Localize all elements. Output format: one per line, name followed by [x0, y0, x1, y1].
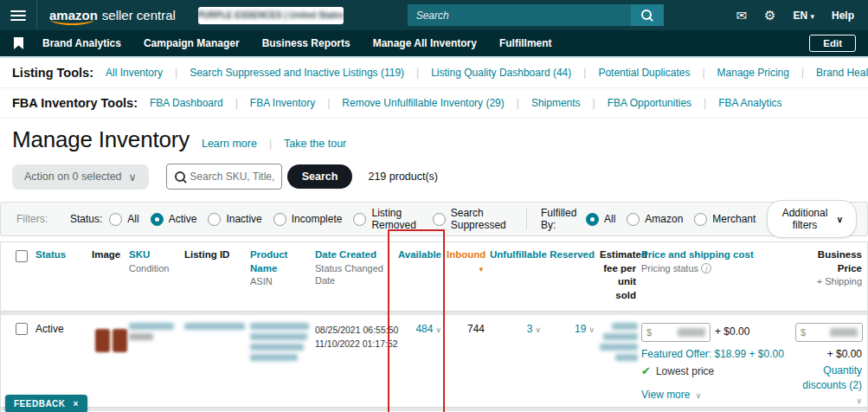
- nav-item-manage-all-inventory[interactable]: Manage All Inventory: [373, 37, 477, 49]
- table-row: Active 08/25/2021 06:55:5011/10/2022 01:…: [1, 315, 867, 407]
- link-listing-quality-dashboard[interactable]: Listing Quality Dashboard (44): [431, 67, 571, 79]
- status-radio-all[interactable]: All: [109, 213, 138, 226]
- action-on-selected-dropdown[interactable]: Action on 0 selected ∨: [12, 164, 149, 190]
- status-radio-search-suppressed[interactable]: Search Suppressed: [433, 207, 511, 231]
- unfulfillable-link[interactable]: 3: [527, 323, 533, 335]
- header-sku[interactable]: SKUCondition: [129, 248, 184, 302]
- additional-filters-button[interactable]: Additional filters ∨: [767, 200, 857, 238]
- header-listing-id: Listing ID: [184, 248, 250, 302]
- nav-item-campaign-manager[interactable]: Campaign Manager: [144, 37, 240, 49]
- price-value-redacted: [830, 328, 858, 337]
- link-fba-opportunities[interactable]: FBA Opportunities: [608, 97, 691, 109]
- link-potential-duplicates[interactable]: Potential Duplicates: [598, 67, 690, 79]
- search-icon: [174, 171, 185, 183]
- estimated-fee-cell-redacted: [600, 315, 641, 407]
- available-link[interactable]: 484: [415, 323, 433, 335]
- page-header: Manage Inventory Learn more | Take the t…: [0, 119, 868, 157]
- fulfilled-radio-merchant[interactable]: Merchant: [694, 213, 755, 226]
- separator: |: [517, 97, 519, 109]
- separator: |: [583, 67, 586, 79]
- learn-more-link[interactable]: Learn more: [202, 138, 257, 150]
- listing-tools-label: Listing Tools:: [12, 66, 93, 80]
- inventory-search-input[interactable]: [190, 171, 273, 183]
- status-radio-listing-removed[interactable]: Listing Removed: [353, 207, 421, 231]
- status-radio-inactive[interactable]: Inactive: [208, 213, 261, 226]
- fba-tools-label: FBA Inventory Tools:: [12, 96, 138, 110]
- global-search-button[interactable]: [631, 4, 664, 26]
- fba-inventory-tools-row: FBA Inventory Tools: FBA Dashboard| FBA …: [0, 88, 868, 119]
- status-radio-active[interactable]: Active: [151, 213, 197, 226]
- account-name-redacted: PURPLE ESSENCES | United States: [198, 10, 344, 20]
- amazon-seller-central-logo[interactable]: amazon seller central: [49, 8, 176, 23]
- language-selector[interactable]: EN ▾: [793, 10, 814, 22]
- separator: |: [416, 67, 419, 79]
- messages-envelope-icon[interactable]: ✉: [736, 9, 747, 22]
- header-unfulfillable[interactable]: Unfulfillable: [490, 248, 546, 302]
- link-fba-inventory[interactable]: FBA Inventory: [250, 97, 315, 109]
- row-checkbox[interactable]: [16, 323, 28, 335]
- header-date-created[interactable]: Date CreatedStatus Changed Date: [315, 248, 388, 302]
- sku-cell-redacted[interactable]: [129, 315, 184, 407]
- product-image[interactable]: [92, 323, 130, 357]
- amazon-wordmark: amazon: [49, 8, 98, 23]
- edit-nav-button[interactable]: Edit: [809, 35, 856, 52]
- header-reserved[interactable]: Reserved: [546, 248, 600, 302]
- help-link[interactable]: Help: [832, 10, 854, 22]
- take-the-tour-link[interactable]: Take the tour: [284, 138, 346, 150]
- seller-central-app: amazon seller central PURPLE ESSENCES | …: [0, 0, 868, 412]
- product-name-cell-redacted[interactable]: [250, 315, 315, 407]
- link-brand-health[interactable]: Brand Health (0): [816, 67, 868, 79]
- hamburger-menu-icon[interactable]: [0, 10, 36, 21]
- language-code: EN: [793, 10, 807, 22]
- reserved-link[interactable]: 19: [575, 323, 586, 335]
- select-all-checkbox[interactable]: [16, 250, 28, 262]
- separator: |: [175, 67, 177, 79]
- link-remove-unfulfillable[interactable]: Remove Unfulfillable Inventory (29): [342, 97, 504, 109]
- quantity-discounts-link[interactable]: Quantity discounts (2) ∨: [795, 364, 862, 407]
- link-shipments[interactable]: Shipments: [531, 97, 581, 109]
- chevron-down-icon: ∨: [129, 171, 137, 183]
- feedback-label: FEEDBACK: [14, 399, 66, 409]
- header-product-name[interactable]: Product NameASIN: [250, 248, 315, 302]
- header-inbound[interactable]: Inbound ▼: [447, 248, 490, 302]
- table-header-row: Status Image SKUCondition Listing ID Pro…: [1, 242, 867, 311]
- radio-icon: [433, 213, 446, 226]
- info-icon[interactable]: i: [701, 263, 711, 274]
- price-input[interactable]: $: [641, 323, 710, 342]
- unfulfillable-cell: 3∨: [490, 315, 546, 407]
- global-search-input[interactable]: [408, 4, 631, 26]
- page-title: Manage Inventory: [12, 126, 190, 153]
- link-all-inventory[interactable]: All Inventory: [106, 67, 163, 79]
- radio-icon: [627, 213, 640, 226]
- status-filter-label: Status:: [70, 213, 102, 225]
- business-price-input[interactable]: $: [795, 323, 863, 342]
- fulfilled-radio-all[interactable]: All: [586, 213, 615, 226]
- settings-gear-icon[interactable]: ⚙: [764, 9, 775, 22]
- link-manage-pricing[interactable]: Manage Pricing: [717, 67, 789, 79]
- header-status[interactable]: Status: [35, 248, 92, 302]
- account-marketplace-selector[interactable]: PURPLE ESSENCES | United States: [198, 7, 344, 24]
- nav-item-fulfillment[interactable]: Fulfillment: [499, 37, 552, 49]
- nav-item-brand-analytics[interactable]: Brand Analytics: [42, 37, 121, 49]
- inventory-search-button[interactable]: Search: [287, 164, 353, 189]
- featured-offer-link[interactable]: Featured Offer: $18.99 + $0.00: [641, 348, 784, 360]
- nav-item-business-reports[interactable]: Business Reports: [262, 37, 350, 49]
- link-fba-analytics[interactable]: FBA Analytics: [718, 97, 781, 109]
- chevron-down-icon: ∨: [535, 325, 541, 334]
- reserved-cell: 19∨: [546, 315, 600, 407]
- close-icon[interactable]: ×: [74, 399, 79, 409]
- radio-icon: [273, 213, 286, 226]
- filters-bar: Filters: Status: All Active Inactive Inc…: [0, 202, 868, 236]
- link-fba-dashboard[interactable]: FBA Dashboard: [150, 97, 223, 109]
- seller-central-label: seller central: [102, 8, 176, 23]
- fulfilled-by-label: Fulfilled By:: [541, 207, 579, 231]
- listing-tools-row: Listing Tools: All Inventory| Search Sup…: [0, 58, 868, 88]
- link-search-suppressed[interactable]: Search Suppressed and Inactive Listings …: [190, 67, 404, 79]
- status-radio-incomplete[interactable]: Incomplete: [273, 213, 343, 226]
- view-more-link[interactable]: View more ∨: [641, 389, 701, 401]
- feedback-badge[interactable]: FEEDBACK ×: [5, 395, 87, 412]
- fulfilled-radio-amazon[interactable]: Amazon: [627, 213, 683, 226]
- header-available[interactable]: Available: [388, 248, 447, 302]
- bookmark-icon[interactable]: [14, 37, 23, 49]
- header-price-shipping[interactable]: Price and shipping costPricing statusi: [641, 248, 795, 302]
